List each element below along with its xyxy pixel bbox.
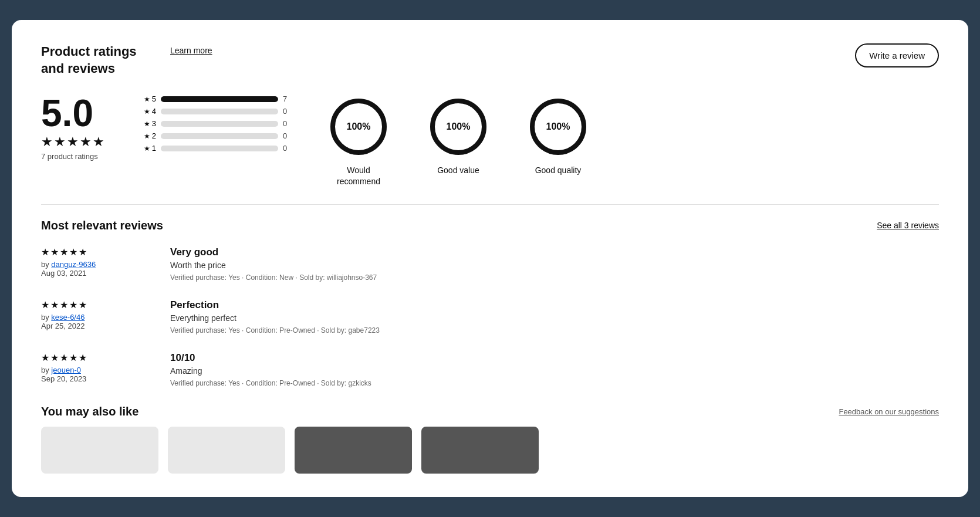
review-star: ★ [60,299,68,310]
bar-star-number: 5 [152,94,156,103]
product-thumb-2[interactable] [168,427,285,474]
bar-fill [161,96,278,102]
bar-row-2: ★ 2 0 [140,131,291,140]
divider [41,204,939,205]
review-star: ★ [41,246,49,258]
svg-text:100%: 100% [447,121,471,131]
review-date: Apr 25, 2022 [41,322,147,330]
bar-count: 0 [283,131,291,140]
review-star: ★ [60,246,68,258]
review-by: by jeouen-0 [41,366,147,374]
product-thumb-3[interactable] [295,427,412,474]
you-may-like-header: You may also like Feedback on our sugges… [41,405,939,418]
star-2: ★ [54,134,66,150]
gauge-label: Good value [437,165,479,175]
review-star: ★ [50,299,59,310]
review-star: ★ [60,352,68,363]
score-number: 5.0 [41,94,93,132]
review-star: ★ [79,299,87,310]
bar-track [161,109,278,114]
bar-star-icon: ★ [144,107,150,116]
product-thumb-4[interactable] [421,427,539,474]
bar-label: ★ 4 [140,107,156,116]
gauge-item-2: 100% Good quality [526,94,590,175]
review-body: Amazing [170,366,939,376]
review-meta: ★★★★★ by kese-6/46 Apr 25, 2022 [41,299,147,334]
bar-label: ★ 3 [140,119,156,128]
bar-star-icon: ★ [144,132,150,140]
review-meta-info: Verified purchase: Yes · Condition: Pre-… [170,379,939,387]
review-by: by kese-6/46 [41,313,147,322]
bar-row-1: ★ 1 0 [140,144,291,153]
see-all-reviews-link[interactable]: See all 3 reviews [877,221,939,230]
review-body: Everything perfect [170,313,939,323]
bar-row-5: ★ 5 7 [140,94,291,103]
bar-star-icon: ★ [144,120,150,128]
bar-row-3: ★ 3 0 [140,119,291,128]
review-title: Perfection [170,299,939,311]
bar-chart: ★ 5 7 ★ 4 0 ★ 3 0 [140,94,291,153]
bar-track [161,133,278,139]
bar-star-icon: ★ [144,95,150,103]
review-author-link[interactable]: jeouen-0 [51,366,81,374]
review-author-link[interactable]: danguz-9636 [51,260,96,269]
review-star: ★ [79,352,87,363]
overall-stars: ★ ★ ★ ★ ★ [41,134,104,150]
bar-label: ★ 2 [140,131,156,140]
review-meta-info: Verified purchase: Yes · Condition: New … [170,273,939,282]
gauge-svg: 100% [326,94,391,159]
review-stars: ★★★★★ [41,246,147,258]
bar-row-4: ★ 4 0 [140,107,291,116]
review-star: ★ [79,246,87,258]
header-left: Product ratings and reviews Learn more [41,43,212,77]
review-content: Very good Worth the price Verified purch… [170,246,939,282]
reviews-header: Most relevant reviews See all 3 reviews [41,219,939,232]
review-star: ★ [41,299,49,310]
review-date: Aug 03, 2021 [41,269,147,278]
reviews-list: ★★★★★ by danguz-9636 Aug 03, 2021 Very g… [41,246,939,387]
review-body: Worth the price [170,261,939,270]
bar-count: 7 [283,94,291,103]
gauge-label: Good quality [535,165,582,175]
review-star: ★ [69,352,77,363]
overall-score: 5.0 ★ ★ ★ ★ ★ 7 product ratings [41,94,104,161]
bar-track [161,146,278,151]
rating-count: 7 product ratings [41,152,98,161]
gauge-svg: 100% [426,94,491,159]
review-date: Sep 20, 2023 [41,374,147,383]
header-row: Product ratings and reviews Learn more W… [41,43,939,77]
bar-star-number: 1 [152,144,156,153]
review-item-2: ★★★★★ by jeouen-0 Sep 20, 2023 10/10 Ama… [41,352,939,387]
review-by: by danguz-9636 [41,260,147,269]
star-1: ★ [41,134,53,150]
feedback-link[interactable]: Feedback on our suggestions [839,407,939,416]
bar-count: 0 [283,107,291,116]
svg-text:100%: 100% [347,121,371,131]
gauge-item-0: 100% Would recommend [326,94,391,186]
star-5: ★ [93,134,104,150]
bar-count: 0 [283,144,291,153]
main-card: Product ratings and reviews Learn more W… [12,20,968,497]
bar-label: ★ 1 [140,144,156,153]
bar-star-number: 4 [152,107,156,116]
review-title: 10/10 [170,352,939,364]
bar-label: ★ 5 [140,94,156,103]
write-review-button[interactable]: Write a review [855,43,939,67]
bar-count: 0 [283,119,291,128]
review-meta-info: Verified purchase: Yes · Condition: Pre-… [170,326,939,334]
learn-more-link[interactable]: Learn more [170,46,212,55]
gauges: 100% Would recommend 100% Good value 100… [326,94,590,186]
review-content: 10/10 Amazing Verified purchase: Yes · C… [170,352,939,387]
page-title: Product ratings and reviews [41,43,158,77]
svg-text:100%: 100% [546,121,570,131]
review-author-link[interactable]: kese-6/46 [51,313,85,322]
bar-star-number: 3 [152,119,156,128]
bar-track [161,121,278,127]
gauge-svg: 100% [526,94,590,159]
review-meta: ★★★★★ by jeouen-0 Sep 20, 2023 [41,352,147,387]
review-star: ★ [69,246,77,258]
bar-track [161,96,278,102]
product-thumb-1[interactable] [41,427,158,474]
bar-star-number: 2 [152,131,156,140]
review-item-0: ★★★★★ by danguz-9636 Aug 03, 2021 Very g… [41,246,939,282]
